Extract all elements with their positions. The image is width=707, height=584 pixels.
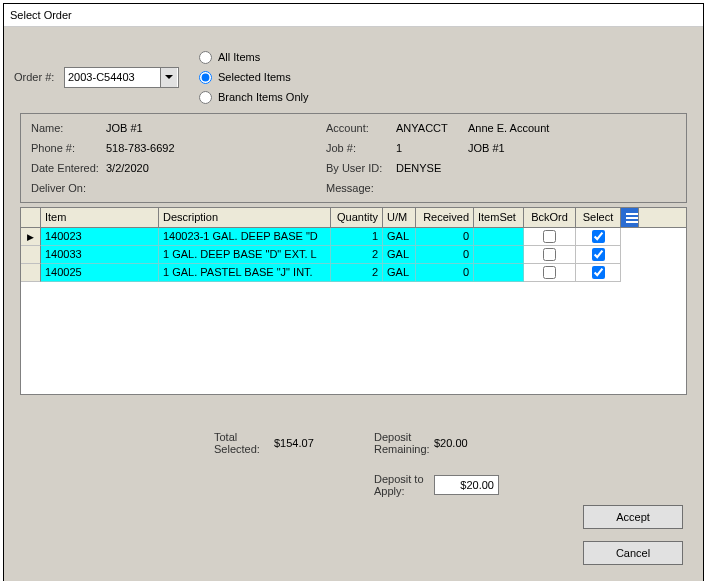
bottom-area: Total Selected: $154.07 Deposit Remainin… (14, 431, 693, 571)
row-header[interactable]: ▶ (21, 228, 41, 246)
cell-description[interactable]: 1 GAL. DEEP BASE "D" EXT. L (159, 246, 331, 264)
select-checkbox[interactable] (592, 266, 605, 279)
items-grid: Item Description Quantity U/M Received I… (20, 207, 687, 395)
order-number-label: Order #: (14, 71, 64, 83)
col-itemset[interactable]: ItemSet (474, 208, 524, 227)
account-value: ANYACCT (396, 122, 468, 134)
order-info-panel: Name: JOB #1 Account: ANYACCT Anne E. Ac… (20, 113, 687, 203)
col-bckord[interactable]: BckOrd (524, 208, 576, 227)
grid-header: Item Description Quantity U/M Received I… (21, 208, 686, 228)
date-entered-label: Date Entered: (31, 162, 106, 174)
cell-received[interactable]: 0 (416, 264, 474, 282)
col-item[interactable]: Item (41, 208, 159, 227)
cell-quantity[interactable]: 1 (331, 228, 383, 246)
cell-item[interactable]: 140023 (41, 228, 159, 246)
bckord-checkbox[interactable] (543, 248, 556, 261)
order-number-input[interactable] (65, 68, 160, 87)
name-label: Name: (31, 122, 106, 134)
cell-select[interactable] (576, 264, 621, 282)
grid-body[interactable]: ▶140023140023-1 GAL. DEEP BASE "D1GAL014… (21, 228, 686, 394)
grid-corner (21, 208, 41, 227)
account-name-value: Anne E. Account (468, 122, 668, 134)
cell-quantity[interactable]: 2 (331, 264, 383, 282)
cell-description[interactable]: 1 GAL. PASTEL BASE "J" INT. (159, 264, 331, 282)
deliver-label: Deliver On: (31, 182, 106, 194)
deposit-remaining-label: Deposit Remaining: (374, 431, 434, 455)
svg-marker-0 (165, 75, 173, 79)
cell-bckord[interactable] (524, 264, 576, 282)
accept-button[interactable]: Accept (583, 505, 683, 529)
job-value: 1 (396, 142, 468, 154)
total-selected-value: $154.07 (274, 437, 374, 449)
radio-selected-label: Selected Items (218, 71, 291, 83)
radio-all-items[interactable] (199, 51, 212, 64)
cell-select[interactable] (576, 246, 621, 264)
table-row[interactable]: 1400331 GAL. DEEP BASE "D" EXT. L2GAL0 (21, 246, 686, 264)
cancel-button[interactable]: Cancel (583, 541, 683, 565)
cancel-button-label: Cancel (616, 547, 650, 559)
table-row[interactable]: ▶140023140023-1 GAL. DEEP BASE "D1GAL0 (21, 228, 686, 246)
cell-itemset[interactable] (474, 246, 524, 264)
radio-selected-items[interactable] (199, 71, 212, 84)
cell-um[interactable]: GAL (383, 264, 416, 282)
cell-bckord[interactable] (524, 228, 576, 246)
deposit-apply-label: Deposit to Apply: (374, 473, 434, 497)
cell-select[interactable] (576, 228, 621, 246)
col-description[interactable]: Description (159, 208, 331, 227)
cell-received[interactable]: 0 (416, 246, 474, 264)
client-area: Order #: All Items Selected Items (4, 27, 703, 581)
phone-label: Phone #: (31, 142, 106, 154)
cell-um[interactable]: GAL (383, 246, 416, 264)
select-checkbox[interactable] (592, 248, 605, 261)
user-label: By User ID: (326, 162, 396, 174)
accept-button-label: Accept (616, 511, 650, 523)
col-select[interactable]: Select (576, 208, 621, 227)
radio-branch-items[interactable] (199, 91, 212, 104)
order-number-combo[interactable] (64, 67, 179, 88)
bckord-checkbox[interactable] (543, 266, 556, 279)
select-order-window: Select Order Order #: All Items Selected… (3, 3, 704, 581)
cell-description[interactable]: 140023-1 GAL. DEEP BASE "D (159, 228, 331, 246)
col-quantity[interactable]: Quantity (331, 208, 383, 227)
job-name-value: JOB #1 (468, 142, 668, 154)
chevron-down-icon[interactable] (160, 68, 177, 87)
user-value: DENYSE (396, 162, 468, 174)
grid-menu-icon[interactable] (621, 208, 639, 227)
row-header[interactable] (21, 264, 41, 282)
date-entered-value: 3/2/2020 (106, 162, 326, 174)
select-checkbox[interactable] (592, 230, 605, 243)
cell-item[interactable]: 140025 (41, 264, 159, 282)
deposit-apply-input[interactable] (434, 475, 499, 495)
cell-received[interactable]: 0 (416, 228, 474, 246)
col-received[interactable]: Received (416, 208, 474, 227)
cell-itemset[interactable] (474, 228, 524, 246)
bckord-checkbox[interactable] (543, 230, 556, 243)
radio-all-label: All Items (218, 51, 260, 63)
window-title: Select Order (10, 9, 72, 21)
row-header[interactable] (21, 246, 41, 264)
account-label: Account: (326, 122, 396, 134)
filter-radio-group: All Items Selected Items Branch Items On… (199, 47, 308, 107)
radio-branch-label: Branch Items Only (218, 91, 308, 103)
deposit-remaining-value: $20.00 (434, 437, 534, 449)
col-um[interactable]: U/M (383, 208, 416, 227)
cell-item[interactable]: 140033 (41, 246, 159, 264)
job-label: Job #: (326, 142, 396, 154)
cell-bckord[interactable] (524, 246, 576, 264)
table-row[interactable]: 1400251 GAL. PASTEL BASE "J" INT.2GAL0 (21, 264, 686, 282)
cell-quantity[interactable]: 2 (331, 246, 383, 264)
total-selected-label: Total Selected: (214, 431, 274, 455)
message-label: Message: (326, 182, 396, 194)
cell-itemset[interactable] (474, 264, 524, 282)
name-value: JOB #1 (106, 122, 326, 134)
cell-um[interactable]: GAL (383, 228, 416, 246)
window-titlebar: Select Order (4, 4, 703, 27)
phone-value: 518-783-6692 (106, 142, 326, 154)
